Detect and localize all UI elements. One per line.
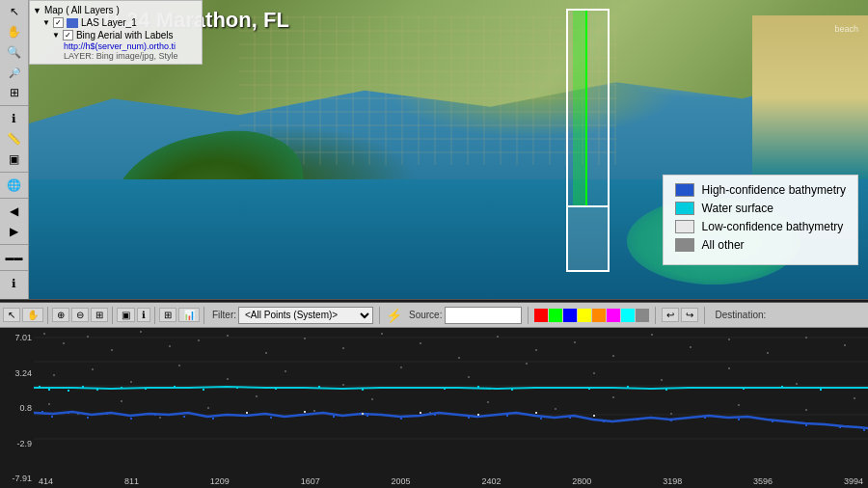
layer-panel: ▼ Map ( All Layers ) ▼ ✓ LAS Layer_1 ▼ ✓ [29,0,203,65]
svg-rect-96 [270,417,272,419]
svg-rect-83 [781,386,783,388]
measure-icon[interactable]: 📏 [4,129,25,149]
toolbar-separator-3 [0,198,28,199]
svg-rect-53 [555,408,556,410]
color-red[interactable] [534,309,548,322]
top-section: ↖ ✋ 🔍 🔎 ⊞ ℹ 📏 ▣ 🌐 ◀ ▶ ▬▬ ℹ [0,0,868,299]
las-checkbox[interactable]: ✓ [53,17,64,28]
color-yellow[interactable] [578,309,591,322]
svg-rect-89 [87,417,89,419]
svg-rect-92 [154,414,156,416]
divider-2 [112,307,113,324]
svg-rect-69 [236,387,238,389]
svg-rect-55 [670,413,672,415]
svg-rect-43 [48,403,50,405]
svg-rect-26 [767,352,769,354]
svg-rect-29 [53,374,55,376]
survey-box-outer [566,9,610,272]
btn-chart[interactable]: 📊 [178,308,200,322]
svg-rect-68 [203,389,204,391]
color-magenta[interactable] [607,309,620,322]
btn-extent[interactable]: ⊞ [91,308,108,322]
pan-icon[interactable]: ✋ [4,22,25,41]
svg-rect-103 [506,415,508,417]
beach-label: beach [834,24,858,34]
legend-label-0: High-confidence bathymetry [702,183,846,197]
chart-container[interactable]: 7.01 3.24 0.8 -2.9 -7.91 [0,328,868,488]
bathymetry-line [34,412,868,428]
aerial-map[interactable]: beach Boot Key ATL24 Marathon, FL ▼ [29,0,868,299]
svg-rect-13 [265,352,267,354]
legend-color-0 [675,183,694,197]
bing-layer-label: LAYER: Bing image/jpg, Style [42,51,199,61]
chart-svg [34,328,868,453]
svg-rect-85 [858,387,860,389]
svg-rect-72 [362,389,364,391]
legend-item-1: Water surface [675,202,846,215]
zoom-in-icon[interactable]: 🔍 [4,42,25,62]
filter-select[interactable]: <All Points (System)> [238,307,373,324]
slider-icon[interactable]: ▬▬ [4,248,25,267]
btn-undo[interactable]: ↩ [662,308,679,322]
btn-redo[interactable]: ↪ [681,308,698,322]
arrow-icon[interactable]: ↖ [4,2,25,21]
svg-rect-87 [51,416,53,418]
bing-checkbox[interactable]: ✓ [63,30,73,41]
svg-rect-108 [670,420,672,421]
x-label-7: 3198 [663,476,682,486]
x-label-2: 1209 [210,476,230,486]
svg-rect-60 [48,389,50,391]
back-icon[interactable]: ◀ [4,202,25,221]
bing-url: http://h$(server_num).ortho.ti [42,41,199,51]
btn-select[interactable]: ▣ [117,308,135,322]
layer-map[interactable]: ▼ Map ( All Layers ) [33,4,199,16]
btn-table[interactable]: ⊞ [159,308,176,322]
svg-rect-82 [743,388,745,390]
svg-rect-70 [275,388,277,390]
zoom-out-icon[interactable]: 🔎 [4,63,25,82]
svg-rect-102 [468,417,470,419]
svg-rect-16 [381,333,383,335]
select-icon[interactable]: ▣ [4,149,25,169]
svg-rect-10 [169,345,171,347]
color-green[interactable] [549,309,562,322]
info-icon[interactable]: ℹ [4,274,25,293]
svg-rect-19 [497,336,499,338]
btn-identify[interactable]: ℹ [137,308,150,322]
btn-arrow[interactable]: ↖ [3,308,20,322]
svg-rect-80 [665,389,667,391]
btn-pan[interactable]: ✋ [22,308,43,322]
divider-3 [154,307,155,324]
y-label-2: 0.8 [2,403,32,413]
layer-bing[interactable]: ▼ ✓ Bing Aerial with Labels [42,29,199,41]
svg-rect-106 [603,420,605,422]
svg-rect-113 [839,426,841,428]
color-blue[interactable] [563,309,577,322]
svg-rect-109 [704,417,706,419]
svg-rect-112 [805,424,807,426]
layer-las[interactable]: ▼ ✓ LAS Layer_1 [42,16,199,29]
beach-area [752,15,868,180]
globe-icon[interactable]: 🌐 [4,176,25,195]
y-label-3: -2.9 [2,439,32,448]
btn-zoom-out[interactable]: ⊖ [71,308,89,322]
x-label-4: 2005 [392,476,411,486]
color-buttons [534,309,649,322]
full-extent-icon[interactable]: ⊞ [4,83,25,102]
svg-rect-33 [227,378,229,380]
source-input[interactable] [445,307,522,324]
svg-rect-63 [82,386,84,388]
svg-rect-76 [511,389,513,391]
svg-rect-38 [526,363,528,365]
color-orange[interactable] [592,309,606,322]
svg-rect-35 [342,384,344,386]
color-gray[interactable] [636,309,649,322]
color-cyan[interactable] [621,309,635,322]
btn-zoom-in[interactable]: ⊕ [52,308,69,322]
identify-icon[interactable]: ℹ [4,109,25,128]
svg-rect-22 [612,355,614,357]
svg-rect-37 [468,376,470,378]
forward-icon[interactable]: ▶ [4,222,25,241]
svg-rect-107 [637,419,638,420]
y-label-4: -7.91 [2,474,32,483]
